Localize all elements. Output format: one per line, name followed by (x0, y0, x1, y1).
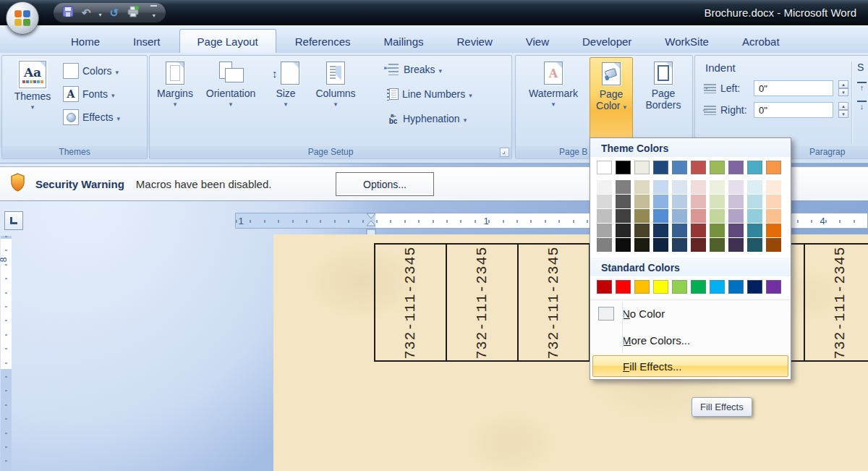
theme-variant-swatch[interactable] (597, 195, 612, 208)
theme-color-swatch[interactable] (653, 161, 668, 174)
tab-references[interactable]: References (281, 31, 365, 53)
spacing-after-icon[interactable]: ↓ (857, 101, 867, 111)
redo-icon[interactable] (110, 7, 119, 18)
breaks-button[interactable]: Breaks (387, 60, 472, 79)
theme-variant-swatch[interactable] (616, 224, 631, 237)
hyphenation-button[interactable]: a-bcHyphenation (387, 109, 472, 128)
theme-variant-swatch[interactable] (597, 180, 612, 194)
theme-color-swatch[interactable] (616, 161, 631, 174)
theme-variant-swatch[interactable] (728, 224, 744, 237)
theme-variant-swatch[interactable] (653, 238, 668, 252)
undo-dropdown-arrow-icon[interactable] (99, 7, 102, 20)
theme-color-swatch[interactable] (710, 161, 725, 174)
page-setup-dialog-launcher[interactable] (500, 148, 509, 157)
tab-selector[interactable] (4, 211, 23, 230)
theme-color-swatch[interactable] (691, 161, 706, 174)
menu-item-more-colors[interactable]: More Colors... (590, 327, 791, 354)
theme-variant-swatch[interactable] (672, 180, 687, 194)
theme-variant-swatch[interactable] (728, 180, 744, 194)
page-color-button[interactable]: Page Color (590, 57, 633, 147)
print-icon[interactable] (127, 6, 140, 20)
theme-variant-swatch[interactable] (747, 180, 762, 194)
theme-effects-button[interactable]: Effects (63, 108, 120, 127)
theme-variant-swatch[interactable] (710, 209, 725, 223)
theme-variant-swatch[interactable] (766, 238, 781, 252)
customize-qat-icon[interactable] (150, 5, 157, 20)
tearoff-cell[interactable]: 732-111-2345 (375, 245, 447, 360)
theme-variant-swatch[interactable] (653, 180, 668, 194)
theme-variant-swatch[interactable] (672, 209, 687, 223)
theme-variant-swatch[interactable] (747, 224, 762, 237)
spacing-before-icon[interactable]: ↑ (857, 82, 867, 92)
standard-color-swatch[interactable] (653, 280, 668, 294)
theme-variant-swatch[interactable] (747, 238, 762, 252)
standard-color-swatch[interactable] (728, 280, 744, 294)
indent-left-field[interactable]: 0" (754, 80, 833, 96)
theme-color-swatch[interactable] (597, 161, 612, 174)
theme-color-swatch[interactable] (747, 161, 762, 174)
theme-variant-swatch[interactable] (634, 224, 650, 237)
theme-variant-swatch[interactable] (747, 209, 762, 223)
theme-variant-swatch[interactable] (653, 224, 668, 237)
theme-variant-swatch[interactable] (597, 238, 612, 252)
theme-variant-swatch[interactable] (616, 238, 631, 252)
standard-color-swatch[interactable] (616, 280, 631, 294)
theme-variant-swatch[interactable] (766, 209, 781, 223)
indent-right-stepper[interactable]: ▲▼ (838, 102, 848, 118)
office-button[interactable] (6, 1, 39, 35)
tearoff-cell[interactable]: 732-111-2345 (519, 245, 590, 360)
theme-color-swatch[interactable] (634, 161, 650, 174)
theme-variant-swatch[interactable] (728, 209, 744, 223)
theme-variant-swatch[interactable] (616, 209, 631, 223)
theme-variant-swatch[interactable] (691, 238, 706, 252)
theme-variant-swatch[interactable] (691, 224, 706, 237)
theme-colors-button[interactable]: Colors (63, 61, 120, 80)
theme-variant-swatch[interactable] (691, 209, 706, 223)
standard-color-swatch[interactable] (766, 280, 781, 294)
theme-variant-swatch[interactable] (747, 195, 762, 208)
theme-variant-swatch[interactable] (691, 195, 706, 208)
menu-item-no-color[interactable]: No Color (590, 300, 791, 327)
orientation-button[interactable]: Orientation (203, 57, 258, 107)
theme-variant-swatch[interactable] (634, 238, 650, 252)
theme-variant-swatch[interactable] (634, 195, 650, 208)
theme-variant-swatch[interactable] (634, 180, 650, 194)
indent-right-field[interactable]: 0" (754, 102, 833, 118)
theme-variant-swatch[interactable] (672, 224, 687, 237)
theme-variant-swatch[interactable] (653, 195, 668, 208)
theme-variant-swatch[interactable] (710, 238, 725, 252)
standard-color-swatch[interactable] (710, 280, 725, 294)
theme-variant-swatch[interactable] (728, 238, 744, 252)
tearoff-cell[interactable]: 732-111-2345 (447, 245, 519, 360)
theme-variant-swatch[interactable] (691, 180, 706, 194)
theme-variant-swatch[interactable] (766, 195, 781, 208)
tab-insert[interactable]: Insert (119, 31, 175, 53)
theme-variant-swatch[interactable] (597, 224, 612, 237)
standard-color-swatch[interactable] (634, 280, 650, 294)
theme-variant-swatch[interactable] (616, 180, 631, 194)
security-options-button[interactable]: Options... (336, 172, 434, 196)
standard-color-swatch[interactable] (672, 280, 687, 294)
theme-color-swatch[interactable] (672, 161, 687, 174)
theme-variant-swatch[interactable] (634, 209, 650, 223)
vertical-ruler[interactable]: 8 (1, 236, 12, 471)
theme-variant-swatch[interactable] (710, 180, 725, 194)
save-icon[interactable] (62, 6, 74, 20)
tab-review[interactable]: Review (443, 31, 507, 53)
line-numbers-button[interactable]: Line Numbers (387, 85, 472, 103)
theme-variant-swatch[interactable] (616, 195, 631, 208)
tab-developer[interactable]: Developer (568, 31, 646, 53)
theme-fonts-button[interactable]: A Fonts (63, 85, 120, 103)
tab-page-layout[interactable]: Page Layout (179, 29, 276, 54)
theme-variant-swatch[interactable] (653, 209, 668, 223)
tearoff-cell[interactable]: 732-111-2345 (805, 245, 868, 360)
indent-left-stepper[interactable]: ▲▼ (838, 80, 848, 96)
standard-color-swatch[interactable] (747, 280, 762, 294)
theme-variant-swatch[interactable] (672, 195, 687, 208)
theme-variant-swatch[interactable] (766, 224, 781, 237)
menu-item-fill-effects[interactable]: Fill Effects... (592, 355, 788, 377)
standard-color-swatch[interactable] (691, 280, 706, 294)
themes-button[interactable]: Aa Themes (9, 57, 56, 110)
tab-view[interactable]: View (511, 31, 563, 53)
columns-button[interactable]: Columns (313, 57, 358, 107)
